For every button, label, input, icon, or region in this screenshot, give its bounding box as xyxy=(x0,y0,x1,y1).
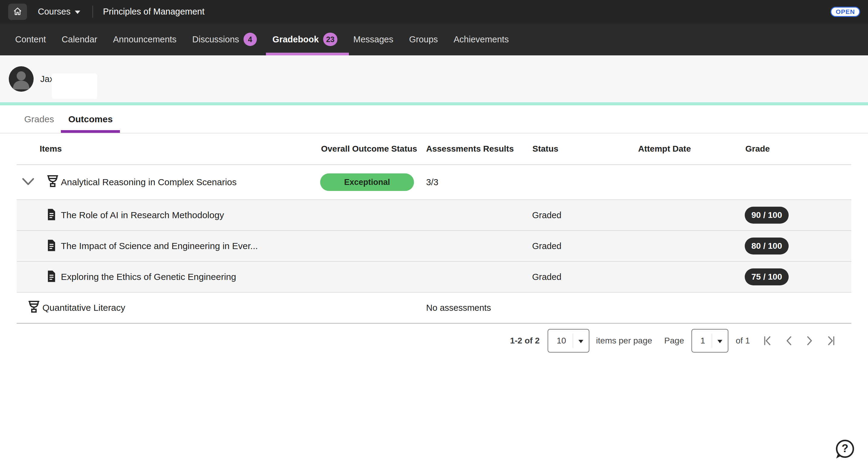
courses-dropdown[interactable]: Courses xyxy=(38,7,80,16)
tab-discussions[interactable]: Discussions 4 xyxy=(192,23,257,55)
overall-status-badge: Exceptional xyxy=(320,173,414,191)
gradebook-outcomes-page: Courses Principles of Management OPEN Co… xyxy=(0,0,868,463)
table-row-assessment: The Impact of Science and Engineering in… xyxy=(17,231,851,262)
outcome-title: Quantitative Literacy xyxy=(42,303,125,313)
col-attempt-date: Attempt Date xyxy=(638,144,691,154)
question-mark-glyph: ? xyxy=(842,442,848,455)
tab-label: Messages xyxy=(353,34,393,44)
chevron-down-icon xyxy=(717,340,722,343)
col-overall-status: Overall Outcome Status xyxy=(321,144,417,154)
assessment-title: Exploring the Ethics of Genetic Engineer… xyxy=(61,272,236,282)
home-icon xyxy=(13,6,23,17)
grade-badge: 75 / 100 xyxy=(745,268,789,285)
select-divider xyxy=(573,334,573,348)
table-row-outcome: Quantitative Literacy No assessments xyxy=(17,293,851,324)
grade-badge: 80 / 100 xyxy=(745,237,789,255)
top-bar: Courses Principles of Management OPEN xyxy=(0,0,868,23)
tab-label: Gradebook xyxy=(273,34,319,44)
col-items: Items xyxy=(40,144,62,154)
table-row-outcome: Analytical Reasoning in Complex Scenario… xyxy=(17,165,851,200)
help-icon: ? xyxy=(836,440,854,458)
outcome-icon xyxy=(27,300,40,316)
discussions-count-badge: 4 xyxy=(244,33,257,46)
tab-label: Achievements xyxy=(454,34,509,44)
items-per-page-value: 10 xyxy=(548,336,573,345)
page-count-label: of 1 xyxy=(736,336,750,345)
tab-content[interactable]: Content xyxy=(15,23,46,55)
chevron-down-icon xyxy=(75,10,80,14)
tab-label: Groups xyxy=(409,34,438,44)
courses-label: Courses xyxy=(38,7,70,16)
col-status: Status xyxy=(532,144,558,154)
tab-label: Outcomes xyxy=(68,114,113,124)
pagination-nav xyxy=(763,335,836,346)
table-header-row: Items Overall Outcome Status Assessments… xyxy=(17,133,851,165)
outcome-title: Analytical Reasoning in Complex Scenario… xyxy=(61,177,237,187)
open-status-badge: OPEN xyxy=(831,7,860,17)
avatar xyxy=(9,66,34,92)
select-divider xyxy=(712,334,712,348)
outcomes-table: Items Overall Outcome Status Assessments… xyxy=(17,133,851,324)
course-title: Principles of Management xyxy=(103,7,205,16)
help-button[interactable]: ? xyxy=(836,438,857,459)
accent-bar xyxy=(0,102,868,105)
assessment-status: Graded xyxy=(532,272,561,282)
tab-announcements[interactable]: Announcements xyxy=(113,23,177,55)
assessment-title: The Role of AI in Research Methodology xyxy=(61,210,224,220)
outcome-icon xyxy=(46,174,59,190)
tab-label: Content xyxy=(15,34,46,44)
pagination-bar: 1-2 of 2 10 items per page Page 1 of 1 xyxy=(510,329,836,353)
tab-messages[interactable]: Messages xyxy=(353,23,393,55)
home-button[interactable] xyxy=(8,4,27,20)
redacted-name-box xyxy=(52,73,97,99)
assessments-results-value: 3/3 xyxy=(426,177,438,187)
tab-outcomes[interactable]: Outcomes xyxy=(68,105,113,133)
col-grade: Grade xyxy=(745,144,770,154)
table-row-assessment: The Role of AI in Research Methodology G… xyxy=(17,200,851,231)
tab-label: Discussions xyxy=(192,34,239,44)
table-row-assessment: Exploring the Ethics of Genetic Engineer… xyxy=(17,262,851,293)
tab-calendar[interactable]: Calendar xyxy=(62,23,97,55)
last-page-button[interactable] xyxy=(826,335,836,346)
tab-achievements[interactable]: Achievements xyxy=(454,23,509,55)
topbar-divider xyxy=(92,6,93,18)
tab-groups[interactable]: Groups xyxy=(409,23,438,55)
previous-page-button[interactable] xyxy=(785,335,793,346)
collapse-chevron-icon[interactable] xyxy=(22,178,34,187)
items-per-page-label: items per page xyxy=(596,336,652,345)
gradebook-count-badge: 23 xyxy=(323,33,338,46)
assessments-results-value: No assessments xyxy=(426,303,491,313)
document-icon xyxy=(46,270,57,284)
tab-gradebook[interactable]: Gradebook 23 xyxy=(273,23,338,55)
assessment-status: Graded xyxy=(532,241,561,251)
tab-label: Announcements xyxy=(113,34,177,44)
grades-outcomes-tabs: Grades Outcomes xyxy=(0,105,868,133)
document-icon xyxy=(46,239,57,253)
student-header: Jax xyxy=(0,55,868,102)
page-number-value: 1 xyxy=(692,336,712,345)
document-icon xyxy=(46,208,57,222)
chevron-down-icon xyxy=(579,340,583,343)
items-per-page-select[interactable]: 10 xyxy=(548,329,589,353)
tab-label: Grades xyxy=(24,114,54,124)
next-page-button[interactable] xyxy=(806,335,813,346)
page-number-select[interactable]: 1 xyxy=(691,329,729,353)
results-range: 1-2 of 2 xyxy=(510,336,540,345)
first-page-button[interactable] xyxy=(763,335,772,346)
page-label: Page xyxy=(664,336,684,345)
tab-grades[interactable]: Grades xyxy=(24,105,54,133)
assessment-status: Graded xyxy=(532,210,561,220)
course-nav: Content Calendar Announcements Discussio… xyxy=(0,23,868,55)
grade-badge: 90 / 100 xyxy=(745,207,789,224)
col-assessments: Assessments Results xyxy=(426,144,514,154)
assessment-title: The Impact of Science and Engineering in… xyxy=(61,241,258,251)
tab-label: Calendar xyxy=(62,34,97,44)
